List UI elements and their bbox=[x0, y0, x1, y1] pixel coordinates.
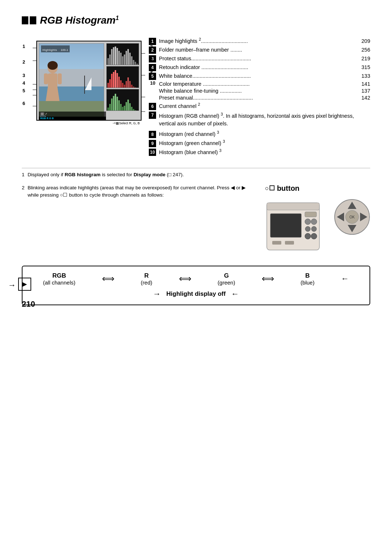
item-1-label: Image highlights bbox=[159, 38, 199, 44]
svg-rect-25 bbox=[109, 79, 111, 88]
item-5-page: 133 bbox=[356, 73, 370, 79]
svg-rect-49 bbox=[120, 104, 122, 111]
title-block-1 bbox=[22, 16, 28, 24]
label-6: 6 bbox=[23, 101, 25, 106]
footnote-1: 1 Displayed only if RGB histogram is sel… bbox=[22, 171, 370, 178]
label-3: 3 bbox=[23, 73, 25, 78]
badge-10: 10 bbox=[149, 149, 156, 156]
svg-rect-9 bbox=[113, 47, 114, 65]
select-text: ◦+▦Select R, G, B bbox=[36, 121, 140, 125]
hist-green bbox=[106, 89, 139, 111]
camera-illustration-area: ○☐ button bbox=[265, 184, 370, 258]
svg-rect-44 bbox=[111, 98, 113, 111]
item-4-page: 315 bbox=[356, 64, 370, 70]
label-2: 2 bbox=[23, 59, 25, 65]
svg-rect-48 bbox=[118, 100, 120, 111]
main-content: 1 2 3 4 5 6 bbox=[22, 37, 370, 157]
list-item-10: 10 Histogram (blue channel) 3 bbox=[149, 148, 370, 156]
svg-rect-3 bbox=[44, 73, 48, 84]
arrow-hl-left: → bbox=[153, 289, 161, 299]
svg-rect-19 bbox=[131, 56, 132, 65]
svg-rect-52 bbox=[126, 102, 127, 111]
svg-rect-8 bbox=[111, 49, 113, 65]
svg-rect-56 bbox=[133, 109, 134, 111]
button-title: button bbox=[277, 184, 299, 193]
channel-rgb: RGB (all channels) bbox=[43, 272, 75, 286]
svg-rect-17 bbox=[127, 49, 129, 65]
list-item-3: 3 Protect status........................… bbox=[149, 55, 370, 63]
page-container: RGB Histogram1 1 2 3 4 5 6 bbox=[0, 0, 392, 320]
label-7: 7 bbox=[150, 44, 155, 50]
svg-rect-10 bbox=[115, 47, 116, 65]
svg-rect-70 bbox=[267, 203, 319, 210]
item-2-page: 256 bbox=[356, 47, 370, 53]
sub-item-preset-page: 142 bbox=[356, 95, 370, 101]
list-item-4: 4 Retouch indicator ....................… bbox=[149, 64, 370, 71]
button-icon: ○☐ bbox=[265, 184, 275, 192]
arrow-into-diagram: → bbox=[8, 281, 16, 290]
person-silhouette bbox=[43, 61, 63, 101]
list-item-2: 2 Folder number–frame number ........ 25… bbox=[149, 46, 370, 54]
svg-rect-20 bbox=[133, 60, 134, 65]
svg-rect-22 bbox=[136, 64, 138, 65]
svg-rect-30 bbox=[118, 77, 120, 88]
list-item-1: 1 Image highlights 2....................… bbox=[149, 37, 370, 45]
badge-9: 9 bbox=[149, 140, 156, 147]
svg-rect-40 bbox=[136, 88, 138, 88]
highlight-off-row: → Highlight display off ← bbox=[30, 289, 362, 299]
hist-rgb bbox=[106, 43, 139, 65]
label-5: 5 bbox=[23, 88, 25, 93]
list-item-6: 6 Current channel 2 bbox=[149, 102, 370, 110]
svg-rect-4 bbox=[58, 73, 62, 84]
svg-rect-14 bbox=[122, 56, 123, 65]
svg-rect-18 bbox=[129, 53, 131, 65]
list-item-8: 8 Histogram (red channel) 3 bbox=[149, 130, 370, 138]
svg-rect-47 bbox=[117, 97, 118, 111]
hist-red bbox=[106, 66, 139, 88]
svg-rect-12 bbox=[118, 51, 120, 65]
badge-8: 8 bbox=[149, 131, 156, 138]
svg-rect-2 bbox=[48, 73, 57, 88]
svg-point-78 bbox=[311, 233, 317, 239]
sub-item-color-temp-page: 141 bbox=[356, 81, 370, 87]
svg-rect-32 bbox=[122, 83, 123, 88]
rgb-label: RGB R G B bbox=[40, 117, 54, 120]
svg-rect-38 bbox=[133, 86, 134, 88]
svg-rect-45 bbox=[113, 96, 114, 111]
badge-6: 6 bbox=[149, 103, 156, 110]
bottom-playback-icon: ▶ bbox=[18, 278, 31, 291]
channel-r: R (red) bbox=[141, 272, 152, 286]
svg-point-1 bbox=[48, 61, 58, 70]
svg-rect-24 bbox=[107, 83, 109, 88]
svg-rect-43 bbox=[109, 104, 111, 111]
list-item-7: 7 Histogram (RGB channel) 3. In all hist… bbox=[149, 111, 370, 128]
screen-photo: Highlights 100-1 bbox=[39, 43, 104, 120]
svg-rect-28 bbox=[115, 70, 116, 88]
item-list: 1 Image highlights 2....................… bbox=[149, 37, 370, 157]
dpad-svg: OK bbox=[334, 199, 370, 235]
sub-item-wb-fine-page: 137 bbox=[356, 88, 370, 94]
highlight-off-label: Highlight display off bbox=[166, 290, 225, 298]
footnote-2: 2 Blinking areas indicate highlights (ar… bbox=[22, 184, 254, 199]
label-4: 4 bbox=[23, 80, 25, 86]
svg-text:OK: OK bbox=[350, 215, 355, 219]
svg-rect-72 bbox=[305, 212, 317, 217]
label-1: 1 bbox=[23, 44, 25, 49]
diagram-area: 1 2 3 4 5 6 bbox=[22, 37, 138, 157]
frame-text: 100-1 bbox=[61, 48, 68, 52]
page-title: RGB Histogram1 bbox=[40, 15, 119, 26]
item-3-page: 219 bbox=[356, 56, 370, 61]
channel-b: B (blue) bbox=[301, 272, 314, 286]
svg-rect-57 bbox=[135, 110, 136, 111]
svg-point-73 bbox=[305, 219, 311, 225]
dpad-area: OK bbox=[334, 199, 370, 236]
svg-rect-33 bbox=[124, 85, 125, 88]
svg-rect-37 bbox=[131, 85, 132, 88]
sub-item-color-temp: Color temperature ......................… bbox=[159, 81, 370, 87]
arrow-rgb-r: ⟺ bbox=[102, 274, 114, 284]
svg-rect-58 bbox=[136, 110, 138, 111]
svg-rect-50 bbox=[122, 107, 123, 111]
svg-rect-11 bbox=[117, 48, 118, 65]
svg-rect-35 bbox=[127, 77, 129, 88]
arrow-out-right: ← bbox=[341, 274, 349, 283]
